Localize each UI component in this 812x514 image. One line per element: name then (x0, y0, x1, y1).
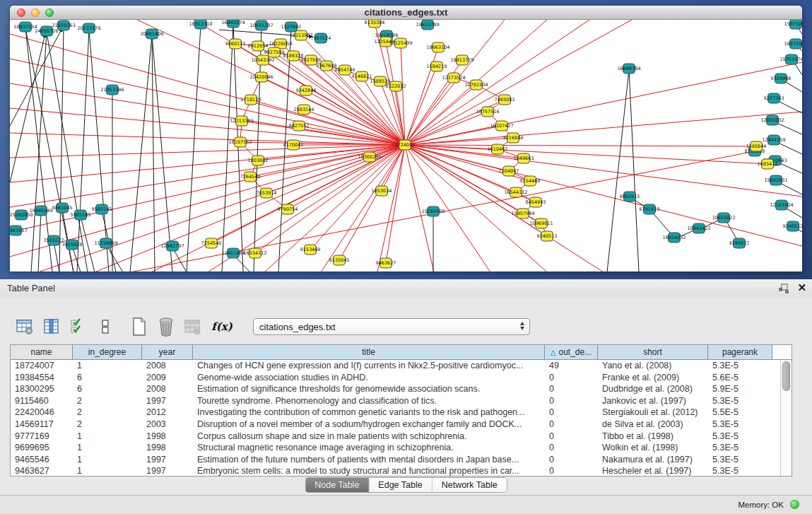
network-node[interactable]: 15692931 (764, 175, 787, 185)
network-node[interactable]: 19613789 (416, 20, 439, 30)
table-cell[interactable]: 0 (545, 419, 598, 431)
table-row[interactable]: 911546021997Tourette syndrome. Phenomeno… (11, 395, 780, 407)
table-cell[interactable]: Stergiakouli et al. (2012) (598, 407, 708, 419)
network-edge[interactable] (233, 24, 243, 271)
table-cell[interactable]: de Silva et al. (2003) (598, 419, 708, 431)
network-node[interactable]: 10459822 (712, 213, 735, 223)
network-edge[interactable] (251, 100, 405, 145)
table-row[interactable]: 1872400712008Changes of HCN gene express… (11, 360, 780, 372)
table-cell[interactable]: 9699695 (11, 442, 73, 454)
network-node[interactable]: 18107552 (228, 137, 252, 147)
table-column-icon[interactable] (41, 316, 62, 337)
table-cell[interactable]: 5.3E-5 (708, 431, 772, 443)
network-edge[interactable] (10, 133, 405, 145)
network-node[interactable]: 1049663 (514, 153, 534, 163)
vertical-scrollbar[interactable] (780, 360, 792, 476)
table-cell[interactable]: Estimation of the future numbers of pati… (193, 454, 545, 466)
network-edge[interactable] (10, 145, 405, 207)
table-cell[interactable]: 1997 (142, 454, 193, 466)
table-row[interactable]: 1456911722003Disruption of a novel membe… (11, 419, 780, 431)
tab-network-table[interactable]: Network Table (433, 478, 507, 492)
column-header-pagerank[interactable]: pagerank (708, 345, 772, 359)
network-node[interactable]: 10791934 (464, 80, 488, 90)
table-cell[interactable]: 22420046 (11, 407, 73, 419)
table-cell[interactable]: 0 (545, 431, 598, 443)
table-cell[interactable]: 1 (73, 454, 142, 466)
network-node[interactable]: 22420046 (249, 72, 273, 82)
table-cell[interactable]: 49 (545, 360, 598, 372)
table-cell[interactable]: Hescheler et al. (1997) (598, 465, 708, 476)
network-edge[interactable] (377, 145, 405, 271)
network-node[interactable]: 7264540 (240, 172, 261, 182)
network-node[interactable]: 3216884 (503, 133, 524, 143)
network-node[interactable]: 12213987 (289, 30, 312, 40)
network-node[interactable]: 12103504 (770, 200, 793, 210)
table-cell[interactable]: 2008 (142, 383, 193, 395)
network-node[interactable]: 12093832 (760, 115, 784, 125)
network-edge[interactable] (10, 83, 405, 145)
network-edge[interactable] (89, 30, 109, 271)
table-cell[interactable]: 2008 (142, 360, 193, 372)
network-node[interactable]: 7254540 (201, 238, 222, 248)
table-cell[interactable]: Nakamura et al. (1997) (598, 454, 708, 466)
network-edge[interactable] (405, 145, 767, 164)
network-node[interactable]: 7957224 (311, 33, 331, 43)
network-edge[interactable] (77, 30, 89, 271)
table-cell[interactable]: Tourette syndrome. Phenomenology and cla… (193, 395, 545, 407)
network-node[interactable]: 7653914 (257, 188, 277, 198)
network-edge[interactable] (10, 108, 405, 145)
network-node[interactable]: 9240512 (783, 221, 802, 231)
network-node[interactable]: 19813729 (450, 55, 473, 65)
network-node[interactable]: 18300295 (358, 152, 381, 162)
network-edge[interactable] (405, 112, 802, 145)
network-node[interactable]: 15973099 (784, 20, 802, 29)
table-cell[interactable]: Corpus callosum shape and size in male p… (193, 431, 545, 443)
table-row[interactable]: 2242004622012Investigating the contribut… (11, 407, 780, 419)
table-cell[interactable]: 2 (73, 407, 142, 419)
table-cell[interactable]: 5.3E-5 (708, 360, 772, 372)
network-node[interactable]: 11451984 (221, 248, 245, 258)
table-cell[interactable]: 1 (73, 465, 142, 476)
table-cell[interactable]: 6 (73, 372, 142, 384)
network-node[interactable]: 9860123 (225, 39, 246, 49)
table-cell[interactable]: 9115460 (11, 395, 73, 407)
network-node[interactable]: 19663104 (426, 42, 449, 52)
table-cell[interactable]: 1997 (142, 465, 193, 476)
network-node[interactable]: 16845274 (221, 20, 245, 28)
table-cell[interactable]: 2 (73, 419, 142, 431)
network-node[interactable]: 18837154 (13, 22, 37, 32)
table-selector-dropdown[interactable]: citations_edges.txt (253, 318, 530, 335)
table-cell[interactable]: 18300295 (11, 383, 73, 395)
network-node[interactable]: 16872994 (784, 39, 802, 49)
network-node[interactable]: 6791913 (640, 204, 660, 214)
network-node[interactable]: 11156869 (94, 238, 117, 248)
table-cell[interactable]: 9465546 (11, 454, 73, 466)
network-node[interactable]: 12213383 (230, 116, 253, 126)
network-node[interactable]: 18312310 (189, 20, 212, 29)
table-cell[interactable]: 19384554 (11, 372, 73, 384)
network-node[interactable]: 12125439 (389, 38, 412, 48)
network-node[interactable]: 1803002 (248, 156, 269, 165)
network-window[interactable]: citations_edges.txt 18837154240557262192… (10, 6, 802, 271)
network-node[interactable]: 2718120 (241, 95, 261, 105)
network-node[interactable]: 5905185 (71, 210, 91, 220)
network-node[interactable]: 9153469 (300, 245, 321, 255)
network-node[interactable]: 2967608 (317, 61, 337, 71)
table-cell[interactable]: 0 (545, 407, 598, 419)
import-table-icon[interactable] (182, 316, 204, 337)
table-cell[interactable]: Franke et al. (2009) (598, 372, 708, 384)
close-panel-icon[interactable]: ✕ (797, 281, 806, 294)
table-cell[interactable]: 9777169 (11, 431, 73, 443)
table-cell[interactable]: 5.3E-5 (708, 454, 772, 466)
table-row[interactable]: 977716911998Corpus callosum shape and si… (11, 431, 780, 443)
table-row[interactable]: 1830029562008Estimation of significance … (11, 383, 780, 395)
network-node[interactable]: 10655287 (249, 21, 273, 30)
network-canvas[interactable]: 1883715424055726219202632013317620691406… (10, 20, 802, 271)
table-cell[interactable]: 6 (73, 383, 142, 395)
network-node[interactable]: 18924032 (662, 233, 686, 243)
column-header-outde[interactable]: △out_de... (545, 345, 598, 359)
table-cell[interactable]: 0 (545, 372, 598, 384)
table-cell[interactable]: 1 (73, 442, 142, 454)
delete-table-icon[interactable] (155, 316, 177, 337)
table-cell[interactable]: 2012 (142, 407, 193, 419)
